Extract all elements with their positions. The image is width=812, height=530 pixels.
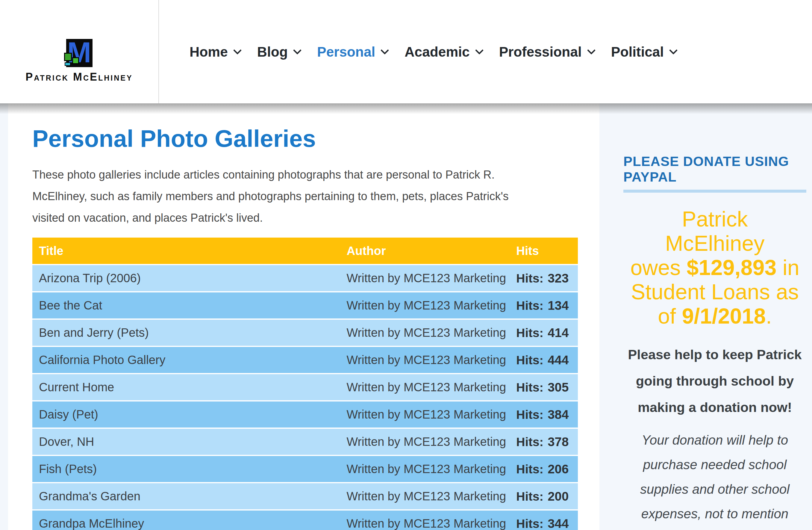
nav-item-home[interactable]: Home — [190, 44, 241, 60]
nav-item-label: Political — [611, 44, 664, 60]
hits-count: 200 — [548, 489, 569, 503]
gallery-hits: Hits:444 — [516, 346, 578, 373]
hits-count: 305 — [548, 380, 569, 394]
nav-item-blog[interactable]: Blog — [257, 44, 300, 60]
table-row: Bee the CatWritten by MCE123 MarketingHi… — [32, 291, 578, 319]
donation-message-highlight: $129,893 — [686, 255, 777, 280]
gallery-title-link[interactable]: Grandpa McElhiney — [32, 509, 346, 530]
hits-count: 414 — [548, 326, 569, 340]
gallery-title-link[interactable]: Arizona Trip (2006) — [32, 264, 346, 291]
logo-m-icon: M — [66, 39, 92, 67]
hits-label: Hits: — [516, 408, 543, 421]
main-nav: HomeBlogPersonalAcademicProfessionalPoli… — [159, 0, 812, 103]
site-header: M Patrick McElhiney HomeBlogPersonalAcad… — [0, 0, 812, 103]
main-content: Personal Photo Galleries These photo gal… — [8, 103, 599, 530]
gallery-author: Written by MCE123 Marketing — [346, 509, 516, 530]
donation-message: Patrick McElhiney owes $129,893 in Stude… — [623, 207, 806, 329]
content-area: Personal Photo Galleries These photo gal… — [0, 103, 812, 530]
donation-message-highlight: 9/1/2018 — [682, 304, 766, 328]
table-row: Fish (Pets)Written by MCE123 MarketingHi… — [32, 455, 578, 482]
nav-item-label: Personal — [317, 44, 375, 60]
hits-label: Hits: — [516, 353, 543, 367]
chevron-down-icon — [587, 46, 596, 54]
table-row: Grandma's GardenWritten by MCE123 Market… — [32, 482, 578, 509]
table-row: Arizona Trip (2006)Written by MCE123 Mar… — [32, 264, 578, 291]
chevron-down-icon — [233, 46, 242, 54]
gallery-hits: Hits:134 — [516, 291, 578, 319]
nav-item-academic[interactable]: Academic — [405, 44, 482, 60]
sidebar-divider — [623, 190, 806, 193]
nav-item-label: Blog — [257, 44, 288, 60]
logo-wordmark: Patrick McElhiney — [26, 71, 133, 83]
logo-pixel-green-icon — [64, 53, 72, 61]
hits-label: Hits: — [516, 299, 543, 312]
column-header-hits: Hits — [516, 238, 578, 264]
hits-label: Hits: — [516, 517, 543, 530]
gallery-author: Written by MCE123 Marketing — [346, 482, 516, 509]
nav-item-label: Academic — [405, 44, 469, 60]
logo-pixel-teal-icon — [65, 62, 71, 66]
gallery-title-link[interactable]: Ben and Jerry (Pets) — [32, 319, 346, 346]
hits-label: Hits: — [516, 380, 543, 394]
gallery-hits: Hits:384 — [516, 400, 578, 428]
donation-message-text: . — [766, 304, 772, 328]
page: M Patrick McElhiney HomeBlogPersonalAcad… — [0, 0, 812, 530]
gallery-hits: Hits:305 — [516, 373, 578, 400]
gallery-author: Written by MCE123 Marketing — [346, 428, 516, 455]
page-title: Personal Photo Galleries — [32, 124, 578, 154]
gallery-author: Written by MCE123 Marketing — [346, 291, 516, 319]
gallery-hits: Hits:414 — [516, 319, 578, 346]
chevron-down-icon — [475, 46, 483, 54]
galleries-table: Title Author Hits Arizona Trip (2006)Wri… — [32, 238, 578, 530]
gallery-title-link[interactable]: Grandma's Garden — [32, 482, 346, 509]
gallery-title-link[interactable]: Bee the Cat — [32, 291, 346, 319]
table-row: Grandpa McElhineyWritten by MCE123 Marke… — [32, 509, 578, 530]
gallery-hits: Hits:200 — [516, 482, 578, 509]
donate-heading: PLEASE DONATE USING PAYPAL — [623, 154, 806, 185]
gallery-author: Written by MCE123 Marketing — [346, 400, 516, 428]
table-row: Ben and Jerry (Pets)Written by MCE123 Ma… — [32, 319, 578, 346]
gallery-title-link[interactable]: Fish (Pets) — [32, 455, 346, 482]
chevron-down-icon — [669, 46, 678, 54]
donation-appeal: Please help to keep Patrick going throug… — [623, 341, 806, 421]
logo-pixel-green2-icon — [72, 57, 79, 64]
hits-label: Hits: — [516, 462, 543, 476]
gallery-hits: Hits:323 — [516, 264, 578, 291]
gallery-hits: Hits:344 — [516, 509, 578, 530]
hits-label: Hits: — [516, 435, 543, 449]
hits-label: Hits: — [516, 326, 543, 340]
gallery-author: Written by MCE123 Marketing — [346, 455, 516, 482]
hits-count: 444 — [548, 353, 569, 367]
nav-item-label: Professional — [499, 44, 582, 60]
hits-count: 384 — [548, 407, 569, 421]
hits-label: Hits: — [516, 271, 543, 285]
chevron-down-icon — [293, 46, 302, 54]
gallery-title-link[interactable]: Current Home — [32, 373, 346, 400]
gallery-title-link[interactable]: California Photo Gallery — [32, 346, 346, 373]
sidebar: PLEASE DONATE USING PAYPAL Patrick McElh… — [599, 103, 812, 530]
site-logo[interactable]: M Patrick McElhiney — [0, 0, 159, 103]
table-row: California Photo GalleryWritten by MCE12… — [32, 346, 578, 373]
column-header-author: Author — [346, 238, 516, 264]
gallery-title-link[interactable]: Daisy (Pet) — [32, 400, 346, 428]
hits-count: 134 — [548, 298, 569, 312]
gallery-title-link[interactable]: Dover, NH — [32, 428, 346, 455]
nav-item-label: Home — [190, 44, 228, 60]
gallery-hits: Hits:378 — [516, 428, 578, 455]
table-header-row: Title Author Hits — [32, 238, 578, 264]
table-row: Daisy (Pet)Written by MCE123 MarketingHi… — [32, 400, 578, 428]
table-row: Dover, NHWritten by MCE123 MarketingHits… — [32, 428, 578, 455]
nav-item-professional[interactable]: Professional — [499, 44, 594, 60]
hits-count: 206 — [548, 462, 569, 476]
gallery-author: Written by MCE123 Marketing — [346, 373, 516, 400]
table-row: Current HomeWritten by MCE123 MarketingH… — [32, 373, 578, 400]
hits-label: Hits: — [516, 490, 543, 503]
gallery-hits: Hits:206 — [516, 455, 578, 482]
donation-note: Your donation will help to purchase need… — [623, 428, 806, 530]
column-header-title: Title — [32, 238, 346, 264]
hits-count: 344 — [548, 517, 569, 530]
gallery-author: Written by MCE123 Marketing — [346, 319, 516, 346]
gallery-author: Written by MCE123 Marketing — [346, 346, 516, 373]
nav-item-personal[interactable]: Personal — [317, 44, 388, 60]
nav-item-political[interactable]: Political — [611, 44, 676, 60]
